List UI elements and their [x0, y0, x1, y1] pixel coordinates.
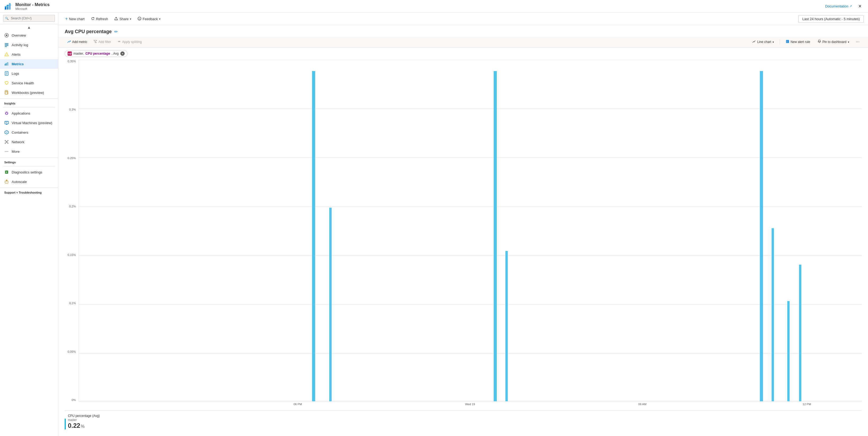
- svg-rect-74: [760, 71, 763, 401]
- sidebar-item-logs[interactable]: Logs: [0, 69, 58, 78]
- add-metric-button[interactable]: Add metric: [65, 38, 90, 45]
- svg-rect-75: [772, 228, 774, 401]
- search-input[interactable]: [3, 15, 55, 22]
- share-button[interactable]: Share ▾: [112, 15, 134, 23]
- sidebar-item-diagnostics[interactable]: + Diagnostics settings: [0, 167, 58, 177]
- y-label-7: 0.35%: [68, 60, 76, 63]
- new-chart-button[interactable]: + New chart: [63, 15, 87, 23]
- apply-splitting-label: Apply splitting: [122, 40, 142, 44]
- documentation-link[interactable]: Documentation ↗: [825, 4, 852, 8]
- sidebar-item-workbooks[interactable]: Workbooks (preview): [0, 88, 58, 97]
- svg-rect-6: [5, 44, 8, 45]
- svg-text:!: !: [786, 40, 787, 43]
- svg-marker-33: [6, 131, 8, 133]
- sidebar-item-label: Metrics: [12, 62, 24, 66]
- svg-line-40: [7, 141, 8, 142]
- sidebar-item-activity-log[interactable]: Activity log: [0, 40, 58, 50]
- db-label: sql: [68, 52, 71, 55]
- sidebar-item-label: Diagnostics settings: [12, 170, 42, 174]
- more-options-button[interactable]: ···: [854, 38, 862, 45]
- y-label-5: 0.25%: [68, 156, 76, 160]
- add-filter-button[interactable]: Add filter: [91, 38, 114, 45]
- sidebar-item-network[interactable]: Network: [0, 137, 58, 147]
- svg-rect-21: [8, 91, 8, 94]
- refresh-button[interactable]: Refresh: [88, 15, 111, 23]
- sidebar-search-area: [0, 13, 58, 24]
- sidebar-item-label: More: [12, 150, 20, 154]
- apply-splitting-button[interactable]: Apply splitting: [115, 38, 145, 45]
- applications-icon: [4, 111, 9, 116]
- metric-tag: sql master, CPU percentage , Avg ✕: [65, 50, 127, 57]
- sidebar-item-service-health[interactable]: Service Health: [0, 78, 58, 88]
- svg-point-24: [6, 114, 6, 114]
- metrics-icon: [4, 62, 9, 66]
- refresh-icon: [91, 17, 95, 21]
- logs-icon: [4, 71, 9, 76]
- svg-rect-72: [494, 71, 497, 401]
- chart-legend: CPU percentage (Avg) master 0.22 %: [65, 410, 862, 432]
- chart-title-edit-button[interactable]: ✏: [114, 29, 118, 34]
- sidebar-scroll-up-button[interactable]: ▲: [0, 24, 58, 31]
- sidebar-item-overview[interactable]: Overview: [0, 31, 58, 40]
- feedback-icon: [137, 17, 141, 21]
- sidebar-item-metrics[interactable]: Metrics: [0, 59, 58, 69]
- new-alert-rule-icon: !: [786, 40, 789, 44]
- main-content: + New chart Refresh Share ▾: [58, 13, 868, 436]
- sidebar-item-label: Activity log: [12, 43, 28, 47]
- line-chart-chevron-icon: ▾: [773, 40, 774, 43]
- chart-toolbar: Add metric Add filter Apply splitting: [58, 37, 868, 48]
- svg-rect-7: [5, 45, 8, 46]
- sidebar: ▲ Overview Activity log ! Alerts: [0, 13, 58, 436]
- refresh-label: Refresh: [96, 17, 108, 21]
- pin-to-dashboard-label: Pin to dashboard: [823, 40, 846, 44]
- sidebar-item-autoscale[interactable]: Autoscale: [0, 177, 58, 186]
- sidebar-item-applications[interactable]: Applications: [0, 108, 58, 118]
- svg-rect-18: [5, 91, 8, 94]
- sidebar-item-label: Autoscale: [12, 180, 27, 184]
- plus-icon: +: [65, 17, 68, 21]
- svg-rect-73: [505, 251, 508, 401]
- documentation-label: Documentation: [825, 4, 848, 8]
- chart-toolbar-left: Add metric Add filter Apply splitting: [65, 38, 145, 45]
- svg-point-48: [138, 17, 141, 20]
- svg-rect-20: [6, 92, 7, 92]
- svg-point-25: [7, 114, 8, 114]
- metric-tag-remove-button[interactable]: ✕: [120, 52, 125, 56]
- new-chart-label: New chart: [69, 17, 85, 21]
- pin-to-dashboard-button[interactable]: Pin to dashboard ▾: [815, 38, 852, 45]
- svg-point-29: [5, 122, 6, 122]
- chart-toolbar-right: Line chart ▾ ! New alert rule Pin to das…: [750, 38, 862, 45]
- sidebar-item-more[interactable]: ··· More: [0, 147, 58, 156]
- sidebar-nav: Overview Activity log ! Alerts: [0, 31, 58, 436]
- y-label-1: 0.05%: [68, 350, 76, 353]
- sidebar-item-virtual-machines[interactable]: Virtual Machines (preview): [0, 118, 58, 128]
- svg-rect-1: [7, 5, 8, 9]
- time-range-button[interactable]: Last 24 hours (Automatic - 5 minutes): [798, 15, 864, 23]
- app-title: Monitor - Metrics: [16, 2, 50, 7]
- y-label-0: 0%: [71, 398, 76, 402]
- legend-info: CPU percentage (Avg) master 0.22 %: [68, 414, 100, 429]
- sidebar-item-label: Workbooks (preview): [12, 91, 44, 95]
- svg-text:!: !: [6, 54, 7, 56]
- header-actions: Documentation ↗ ✕: [825, 3, 864, 10]
- svg-line-41: [6, 143, 6, 143]
- containers-icon: [4, 130, 9, 135]
- sidebar-item-alerts[interactable]: ! Alerts: [0, 50, 58, 59]
- service-health-icon: [4, 81, 9, 85]
- feedback-chevron-icon: ▾: [159, 18, 160, 21]
- more-icon: ···: [4, 149, 9, 154]
- new-alert-rule-button[interactable]: ! New alert rule: [783, 38, 813, 45]
- pin-icon: [818, 40, 821, 44]
- feedback-button[interactable]: Feedback ▾: [135, 15, 163, 23]
- metric-tag-suffix: , Avg: [112, 52, 119, 56]
- activity-log-icon: [4, 42, 9, 47]
- virtual-machines-icon: [4, 120, 9, 125]
- line-chart-button[interactable]: Line chart ▾: [750, 38, 777, 45]
- sidebar-item-containers[interactable]: Containers: [0, 128, 58, 137]
- close-button[interactable]: ✕: [856, 3, 864, 10]
- sidebar-item-label: Containers: [12, 130, 28, 134]
- insights-divider: [3, 107, 55, 107]
- sidebar-item-label: Alerts: [12, 53, 21, 57]
- svg-point-23: [6, 112, 7, 113]
- svg-rect-19: [6, 91, 7, 92]
